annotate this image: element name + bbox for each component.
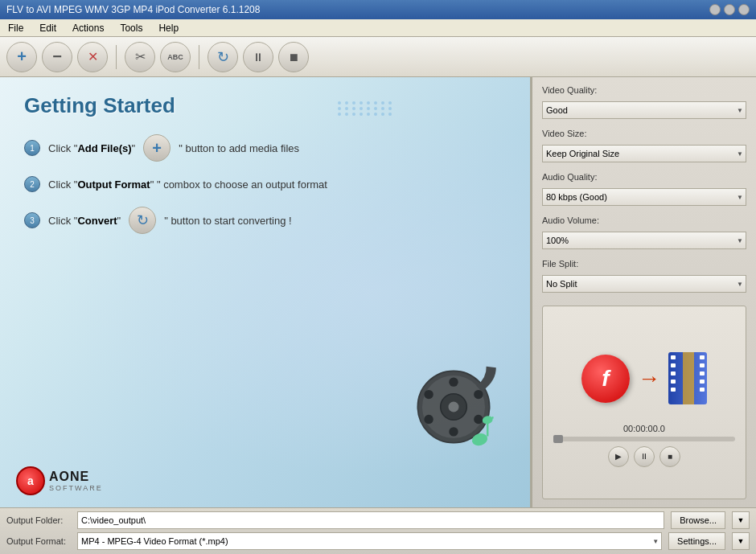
pause-icon: ⏸ xyxy=(253,51,264,64)
preview-arrow-icon: → xyxy=(638,366,660,392)
step-1: 1 Click "Add File(s)" + " button to add … xyxy=(24,134,506,162)
remove-icon: − xyxy=(52,47,62,66)
maximize-button[interactable] xyxy=(724,4,735,15)
getting-started-title: Getting Started xyxy=(24,93,506,118)
add-icon: + xyxy=(17,47,27,66)
audio-quality-select[interactable]: 80 kbps (Good) 128 kbps (Better) 192 kbp… xyxy=(542,188,746,206)
progress-thumb xyxy=(553,435,563,443)
output-folder-input[interactable] xyxy=(77,511,664,529)
toolbar-separator-1 xyxy=(116,45,117,69)
preview-stop-button[interactable]: ■ xyxy=(659,446,680,467)
film-reel-decoration xyxy=(401,355,506,459)
dots-decoration xyxy=(338,101,393,116)
clear-icon: ✕ xyxy=(88,49,98,64)
svg-point-9 xyxy=(474,415,483,424)
step-1-text: Click "Add File(s)" xyxy=(48,142,135,154)
step-2: 2 Click "Output Format" " combox to choo… xyxy=(24,176,506,192)
settings-button[interactable]: Settings... xyxy=(668,532,725,550)
add-files-icon: + xyxy=(143,134,171,162)
left-panel: Getting Started 1 Click "Add File(s)" + … xyxy=(0,77,531,507)
convert-button[interactable]: ↻ xyxy=(207,42,238,72)
aone-name: AONE xyxy=(49,470,103,484)
svg-point-3 xyxy=(449,402,459,412)
video-quality-select[interactable]: Good Better Best Normal xyxy=(542,101,746,119)
stop-button[interactable]: ⏹ xyxy=(278,42,309,72)
stop-icon: ⏹ xyxy=(288,51,299,64)
right-panel: Video Quality: Good Better Best Normal V… xyxy=(531,77,756,507)
preview-progress-bar[interactable] xyxy=(553,437,736,441)
svg-point-6 xyxy=(424,390,433,399)
audio-volume-label: Audio Volume: xyxy=(542,215,746,225)
aone-icon: a xyxy=(16,466,45,495)
audio-volume-wrapper: 100% 90% 110% 120% xyxy=(542,232,746,249)
preview-flash-icon: f xyxy=(581,355,630,403)
menu-edit[interactable]: Edit xyxy=(35,21,61,35)
aone-text: AONE SOFTWARE xyxy=(49,470,103,492)
remove-button[interactable]: − xyxy=(42,42,72,72)
step-2-number: 2 xyxy=(24,176,40,192)
rename-button[interactable]: ABC xyxy=(160,42,191,72)
preview-image: f → xyxy=(580,339,709,419)
step-2-bold: Output Format xyxy=(77,179,150,191)
video-size-label: Video Size: xyxy=(542,129,746,138)
menu-file[interactable]: File xyxy=(3,21,28,35)
preview-play-button[interactable]: ▶ xyxy=(608,446,629,467)
menu-tools[interactable]: Tools xyxy=(115,21,147,35)
scissors-icon: ✂ xyxy=(135,49,146,64)
video-quality-label: Video Quality: xyxy=(542,85,746,95)
add-button[interactable]: + xyxy=(6,42,37,72)
svg-point-7 xyxy=(474,390,483,399)
step-3-number: 3 xyxy=(24,212,40,228)
step-3: 3 Click "Convert" ↻ " button to start co… xyxy=(24,207,506,234)
file-split-wrapper: No Split By Size By Time xyxy=(542,275,746,293)
output-folder-row: Output Folder: Browse... ▼ xyxy=(6,511,750,529)
preview-pause-button[interactable]: ⏸ xyxy=(634,446,655,467)
convert-icon: ↻ xyxy=(217,48,229,66)
aone-subtitle: SOFTWARE xyxy=(49,484,103,492)
clear-button[interactable]: ✕ xyxy=(77,42,108,72)
menu-actions[interactable]: Actions xyxy=(68,21,109,35)
step-2-text: Click "Output Format" " combox to choose… xyxy=(48,179,327,191)
step-3-text: Click "Convert" xyxy=(48,215,121,227)
preview-time: 00:00:00.0 xyxy=(623,424,665,433)
output-format-label: Output Format: xyxy=(6,536,71,546)
output-folder-label: Output Folder: xyxy=(6,515,71,525)
title-text: FLV to AVI MPEG WMV 3GP MP4 iPod Convert… xyxy=(6,4,260,15)
output-format-wrapper: MP4 - MPEG-4 Video Format (*.mp4) AVI - … xyxy=(77,532,662,550)
pause-button[interactable]: ⏸ xyxy=(243,42,273,72)
menu-help[interactable]: Help xyxy=(154,21,183,35)
main-layout: Getting Started 1 Click "Add File(s)" + … xyxy=(0,77,756,507)
step-1-suffix: " button to add media files xyxy=(179,142,299,154)
preview-controls: ▶ ⏸ ■ xyxy=(608,446,680,467)
browse-split-button[interactable]: ▼ xyxy=(732,511,750,529)
toolbar: + − ✕ ✂ ABC ↻ ⏸ ⏹ xyxy=(0,37,756,77)
getting-started-panel: Getting Started 1 Click "Add File(s)" + … xyxy=(0,77,530,507)
audio-quality-label: Audio Quality: xyxy=(542,172,746,182)
preview-area: f → 00:00: xyxy=(542,306,746,499)
audio-volume-select[interactable]: 100% 90% 110% 120% xyxy=(542,232,746,249)
preview-film-strip xyxy=(668,352,707,404)
cut-button[interactable]: ✂ xyxy=(125,42,155,72)
step-1-number: 1 xyxy=(24,140,40,156)
video-quality-wrapper: Good Better Best Normal xyxy=(542,101,746,119)
audio-quality-wrapper: 80 kbps (Good) 128 kbps (Better) 192 kbp… xyxy=(542,188,746,206)
title-bar: FLV to AVI MPEG WMV 3GP MP4 iPod Convert… xyxy=(0,0,756,19)
browse-button[interactable]: Browse... xyxy=(671,511,725,529)
svg-point-4 xyxy=(449,377,458,386)
step-3-suffix: " button to start converting ! xyxy=(164,215,292,227)
video-size-select[interactable]: Keep Original Size 320x240 640x480 1280x… xyxy=(542,145,746,162)
window-controls xyxy=(709,4,750,15)
output-format-select[interactable]: MP4 - MPEG-4 Video Format (*.mp4) AVI - … xyxy=(77,532,662,550)
toolbar-separator-2 xyxy=(199,45,199,69)
step-3-bold: Convert xyxy=(77,215,117,227)
close-button[interactable] xyxy=(738,4,750,15)
svg-point-5 xyxy=(449,427,458,436)
settings-split-button[interactable]: ▼ xyxy=(732,532,750,550)
svg-point-8 xyxy=(424,415,433,424)
bottom-bar: Output Folder: Browse... ▼ Output Format… xyxy=(0,507,756,554)
video-size-wrapper: Keep Original Size 320x240 640x480 1280x… xyxy=(542,145,746,162)
step-1-bold: Add File(s) xyxy=(77,142,131,154)
rename-icon: ABC xyxy=(167,53,183,61)
file-split-select[interactable]: No Split By Size By Time xyxy=(542,275,746,293)
minimize-button[interactable] xyxy=(709,4,721,15)
